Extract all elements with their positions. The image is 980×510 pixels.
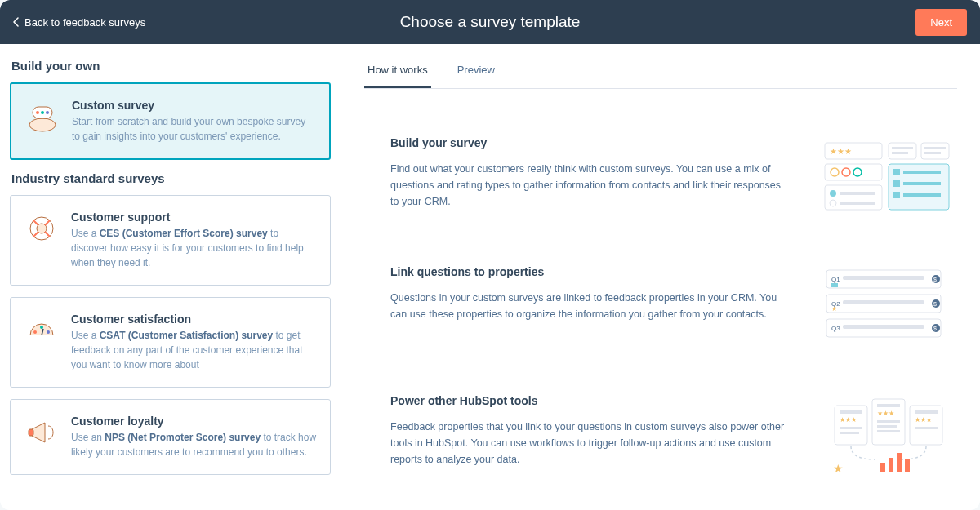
svg-text:Q1: Q1: [831, 276, 840, 283]
power-tools-illustration: ★★★ ★★★ ★★★ ★: [818, 394, 957, 476]
card-body: Customer satisfaction Use a CSAT (Custom…: [71, 313, 317, 372]
card-title: Customer loyalty: [71, 415, 317, 428]
svg-rect-68: [880, 463, 885, 472]
svg-rect-15: [892, 152, 908, 154]
svg-rect-32: [840, 192, 875, 195]
svg-rect-56: [840, 432, 859, 434]
svg-text:★★★: ★★★: [830, 147, 852, 156]
svg-point-3: [41, 111, 44, 114]
svg-point-4: [46, 111, 49, 114]
svg-rect-13: [889, 143, 916, 159]
card-desc: Start from scratch and build your own be…: [72, 114, 316, 144]
svg-rect-66: [915, 427, 938, 429]
svg-rect-18: [924, 152, 941, 154]
svg-rect-14: [892, 147, 913, 149]
section-title-build: Build your own: [10, 59, 331, 73]
svg-rect-26: [893, 180, 900, 187]
svg-rect-24: [893, 169, 900, 175]
card-desc: Use a CES (Customer Effort Score) survey…: [71, 226, 317, 270]
card-customer-satisfaction[interactable]: Customer satisfaction Use a CSAT (Custom…: [10, 297, 331, 388]
feature-desc: Find out what your customers really thin…: [390, 161, 786, 210]
tab-preview[interactable]: Preview: [454, 64, 498, 88]
card-title: Customer support: [71, 211, 317, 224]
custom-survey-icon: [24, 99, 60, 135]
svg-rect-70: [897, 453, 902, 472]
feature-text: Build your survey Find out what your cus…: [364, 136, 786, 210]
svg-rect-58: [877, 404, 900, 407]
card-customer-loyalty[interactable]: Customer loyalty Use an NPS (Net Promote…: [10, 399, 331, 475]
svg-rect-69: [889, 458, 893, 472]
svg-rect-25: [903, 171, 941, 174]
feature-link: Link questions to properties Questions i…: [364, 265, 957, 347]
build-survey-illustration: ★★★: [818, 136, 957, 218]
megaphone-icon: [24, 415, 60, 450]
card-desc: Use an NPS (Net Promoter Score) survey t…: [71, 430, 317, 459]
svg-rect-64: [915, 410, 938, 414]
svg-rect-60: [877, 420, 900, 423]
feature-title: Power other HubSpot tools: [390, 394, 786, 407]
svg-rect-43: [843, 300, 924, 304]
svg-point-9: [47, 330, 50, 334]
svg-rect-71: [905, 459, 910, 472]
section-title-industry: Industry standard surveys: [10, 171, 331, 185]
feature-text: Power other HubSpot tools Feedback prope…: [364, 394, 786, 468]
card-title: Customer satisfaction: [71, 313, 317, 326]
life-ring-icon: [24, 211, 60, 246]
svg-text:$: $: [933, 277, 937, 282]
link-questions-illustration: Q1$ Q2$ ★ Q3$: [818, 265, 957, 347]
feature-title: Link questions to properties: [390, 265, 786, 278]
tab-how-it-works[interactable]: How it works: [364, 64, 431, 88]
svg-point-31: [830, 190, 836, 197]
card-desc: Use a CSAT (Customer Satisfaction) surve…: [71, 328, 317, 372]
svg-rect-40: [831, 283, 838, 287]
svg-text:★★★: ★★★: [877, 410, 894, 417]
svg-rect-62: [877, 430, 900, 432]
tabs: How it works Preview: [364, 64, 957, 89]
card-customer-support[interactable]: Customer support Use a CES (Customer Eff…: [10, 195, 331, 286]
svg-text:Q3: Q3: [831, 325, 840, 332]
svg-point-2: [36, 111, 39, 114]
feature-build: Build your survey Find out what your cus…: [364, 136, 957, 218]
card-body: Customer support Use a CES (Customer Eff…: [71, 211, 317, 270]
header: Back to feedback surveys Choose a survey…: [0, 0, 980, 44]
back-link[interactable]: Back to feedback surveys: [13, 16, 145, 29]
svg-rect-61: [877, 425, 897, 428]
svg-text:★: ★: [831, 305, 837, 313]
feature-title: Build your survey: [390, 136, 786, 149]
svg-rect-16: [921, 143, 949, 159]
svg-point-7: [33, 330, 37, 334]
feature-desc: Feedback properties that you link to you…: [390, 419, 786, 468]
sidebar: Build your own Custom survey Start from …: [0, 44, 341, 510]
feature-desc: Questions in your custom surveys are lin…: [390, 290, 786, 322]
card-title: Custom survey: [72, 99, 316, 112]
svg-rect-27: [903, 182, 941, 185]
content: How it works Preview Build your survey F…: [341, 44, 980, 510]
card-custom-survey[interactable]: Custom survey Start from scratch and bui…: [10, 82, 331, 160]
svg-rect-28: [893, 192, 900, 198]
svg-rect-55: [840, 427, 862, 429]
feature-power: Power other HubSpot tools Feedback prope…: [364, 394, 957, 476]
chevron-left-icon: [13, 17, 20, 27]
svg-text:$: $: [933, 326, 937, 331]
svg-rect-53: [840, 410, 862, 414]
svg-rect-10: [29, 429, 33, 436]
card-body: Custom survey Start from scratch and bui…: [72, 99, 316, 144]
svg-text:★★★: ★★★: [840, 416, 857, 424]
svg-text:★: ★: [833, 462, 844, 475]
svg-text:★★★: ★★★: [915, 416, 932, 424]
feature-text: Link questions to properties Questions i…: [364, 265, 786, 322]
main: Build your own Custom survey Start from …: [0, 44, 980, 510]
svg-point-8: [40, 326, 43, 329]
svg-point-0: [29, 118, 56, 131]
svg-rect-17: [924, 147, 946, 149]
svg-rect-34: [840, 202, 875, 205]
card-body: Customer loyalty Use an NPS (Net Promote…: [71, 415, 317, 459]
page-title: Choose a survey template: [400, 13, 581, 31]
svg-rect-29: [903, 193, 941, 197]
svg-text:$: $: [933, 301, 937, 307]
back-label: Back to feedback surveys: [24, 16, 145, 29]
next-button[interactable]: Next: [915, 9, 967, 36]
svg-rect-49: [843, 325, 924, 329]
gauge-icon: [24, 313, 60, 348]
svg-rect-37: [843, 276, 924, 280]
